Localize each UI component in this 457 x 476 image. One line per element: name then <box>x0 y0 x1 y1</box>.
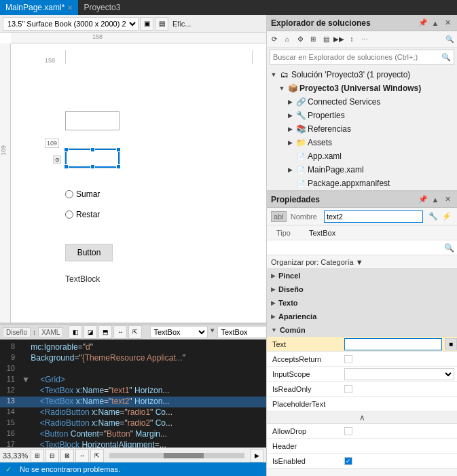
explorer-settings-btn[interactable]: ⚙ <box>294 33 306 45</box>
design-view-btn[interactable]: Diseño <box>3 327 31 337</box>
prop-text-input[interactable] <box>344 338 442 350</box>
pin-btn[interactable]: 📌 <box>418 18 428 29</box>
grid-btn2[interactable]: ⊟ <box>45 449 59 462</box>
props-name-actions: 🔧 ⚡ <box>427 210 453 223</box>
radiobutton2-widget[interactable]: Restar <box>65 210 100 219</box>
handle-br[interactable] <box>116 164 121 169</box>
xaml-editor[interactable]: 8 mc:Ignorable="d" 9 Background="{ThemeR… <box>0 340 266 447</box>
toolbar-btn-grid[interactable]: ▣ <box>140 17 153 31</box>
ruler-vertical: 109 <box>0 43 11 323</box>
element-type-select[interactable]: TextBox <box>150 326 208 338</box>
split-panes: 158 109 158 <box>0 33 266 447</box>
handle-tm[interactable] <box>90 147 95 152</box>
tree-toggle-solution[interactable]: ▼ <box>270 71 278 79</box>
button-widget[interactable]: Button <box>65 244 113 261</box>
props-organize[interactable]: Organizar por: Categoría ▼ <box>267 255 457 269</box>
tree-toggle-properties[interactable]: ▶ <box>286 111 294 120</box>
line-num-9: 9 <box>0 353 19 364</box>
explorer-home-btn[interactable]: ⌂ <box>281 33 293 45</box>
xaml-btn3[interactable]: ⬒ <box>98 325 112 339</box>
props-close-btn[interactable]: ✕ <box>442 194 453 205</box>
props-maximize-btn[interactable]: ▲ <box>430 194 441 205</box>
element-name-select[interactable]: TextBox <box>217 326 266 338</box>
handle-bl[interactable] <box>64 164 69 169</box>
section-apariencia[interactable]: ▶ Apariencia <box>267 310 457 323</box>
props-lightning-btn[interactable]: ⚡ <box>441 210 453 223</box>
inputscope-dropdown[interactable] <box>344 368 454 380</box>
explorer-collapse-btn[interactable]: ▤ <box>320 33 332 45</box>
radiobutton1-widget[interactable]: Sumar <box>65 189 100 199</box>
tree-item-assets[interactable]: ▶ 📁 Assets <box>267 136 457 149</box>
textbox2-widget[interactable] <box>65 149 120 168</box>
snap-icon: ⊙ <box>53 155 61 164</box>
grid-btn5[interactable]: ⇱ <box>90 449 104 462</box>
tree-item-referencias[interactable]: ▶ 📚 Referencias <box>267 122 457 136</box>
xaml-btn1[interactable]: ◧ <box>69 325 82 339</box>
tree-item-mainpage[interactable]: ▶ 📄 MainPage.xaml <box>267 163 457 177</box>
isreadonly-checkbox[interactable] <box>344 385 352 393</box>
tab-proyecto3-label: Proyecto3 <box>84 3 120 12</box>
solution-search-input[interactable] <box>273 53 441 61</box>
tab-mainpage-close[interactable]: ✕ <box>67 4 73 12</box>
line-content-10 <box>19 364 266 375</box>
tree-item-solution[interactable]: ▼ 🗂 Solución 'Proyecto3' (1 proyecto) <box>267 68 457 81</box>
device-select[interactable]: 13.5" Surface Book (3000 x 2000) 200% es… <box>3 17 139 31</box>
maximize-btn[interactable]: ▲ <box>430 18 441 29</box>
allowdrop-checkbox[interactable] <box>344 427 352 435</box>
section-diseno[interactable]: ▶ Diseño <box>267 282 457 296</box>
scroll-right-btn[interactable]: ▶ <box>250 449 263 462</box>
tab-mainpage[interactable]: MainPage.xaml* ✕ <box>0 0 78 15</box>
tree-toggle-referencias[interactable]: ▶ <box>286 125 294 133</box>
prop-text-btn[interactable]: ■ <box>445 338 457 350</box>
props-pin-btn[interactable]: 📌 <box>418 194 428 205</box>
accepts-checkbox[interactable] <box>344 355 352 363</box>
prop-header-input[interactable] <box>344 440 454 452</box>
handle-tl[interactable] <box>64 147 69 152</box>
xaml-btn5[interactable]: ⇱ <box>128 325 142 339</box>
tree-item-appxaml[interactable]: ▶ 📄 App.xaml <box>267 149 457 163</box>
handle-bm[interactable] <box>90 164 95 169</box>
tree-item-proyecto3[interactable]: ▼ 📦 Proyecto3 (Universal Windows) <box>267 81 457 95</box>
grid-btn1[interactable]: ⊞ <box>31 449 44 462</box>
props-wrench-btn[interactable]: 🔧 <box>427 210 439 223</box>
toolbar-btn-list[interactable]: ▤ <box>155 17 168 31</box>
section-comun[interactable]: ▼ Común <box>267 323 457 337</box>
collapse-arrow-icon[interactable]: ∧ <box>359 413 365 422</box>
line-content-17: <TextBlock HorizontalAlignment=... <box>19 440 266 447</box>
nombre-input[interactable] <box>324 210 423 223</box>
close-btn[interactable]: ✕ <box>442 18 453 29</box>
tree-item-connected-services[interactable]: ▶ 🔗 Connected Services <box>267 95 457 109</box>
xaml-line-13: 13 <TextBox x:Name="text2" Horizon... <box>0 397 266 407</box>
xaml-btn4[interactable]: ↔ <box>113 325 127 339</box>
explorer-dots-btn[interactable]: ⋯ <box>359 33 371 45</box>
tree-toggle-assets[interactable]: ▶ <box>286 139 294 147</box>
tree-toggle-proyecto3[interactable]: ▼ <box>278 84 286 92</box>
handle-tr[interactable] <box>116 147 121 152</box>
grid-btn3[interactable]: ⊠ <box>60 449 74 462</box>
explorer-git-btn[interactable]: ↕ <box>346 33 358 45</box>
tree-toggle-mainpage[interactable]: ▶ <box>286 166 294 174</box>
status-bar: ✓ No se encontraron problemas. <box>0 462 266 476</box>
explorer-expand-btn[interactable]: ▶▶ <box>333 33 345 45</box>
prop-accepts-name: AcceptsReturn <box>267 355 342 363</box>
tree-item-properties[interactable]: ▶ 🔧 Properties <box>267 109 457 122</box>
textbox1-widget[interactable] <box>65 111 120 130</box>
prop-placeholder-input[interactable] <box>344 398 454 410</box>
section-texto[interactable]: ▶ Texto <box>267 296 457 310</box>
xaml-view-btn[interactable]: XAML <box>38 327 63 337</box>
grid-btn4[interactable]: ↔ <box>75 449 89 462</box>
textblock-widget[interactable]: TextBlock <box>65 274 100 284</box>
scrollbar-h[interactable] <box>109 453 244 458</box>
explorer-search-toggle[interactable]: 🔍 <box>443 33 456 45</box>
solution-icon: 🗂 <box>279 69 290 80</box>
section-pincel[interactable]: ▶ Pincel <box>267 269 457 282</box>
diseno-toggle: ▶ <box>271 286 276 293</box>
canvas-area[interactable]: 158 <box>11 43 266 323</box>
isenabled-checkbox[interactable]: ✓ <box>344 457 352 465</box>
explorer-sync-btn[interactable]: ⟳ <box>268 33 280 45</box>
tree-item-manifest[interactable]: ▶ 📄 Package.appxmanifest <box>267 177 457 190</box>
explorer-filter-btn[interactable]: ⊞ <box>307 33 319 45</box>
tab-proyecto3[interactable]: Proyecto3 <box>78 0 126 15</box>
tree-toggle-cs[interactable]: ▶ <box>286 98 294 106</box>
xaml-btn2[interactable]: ◪ <box>84 325 97 339</box>
